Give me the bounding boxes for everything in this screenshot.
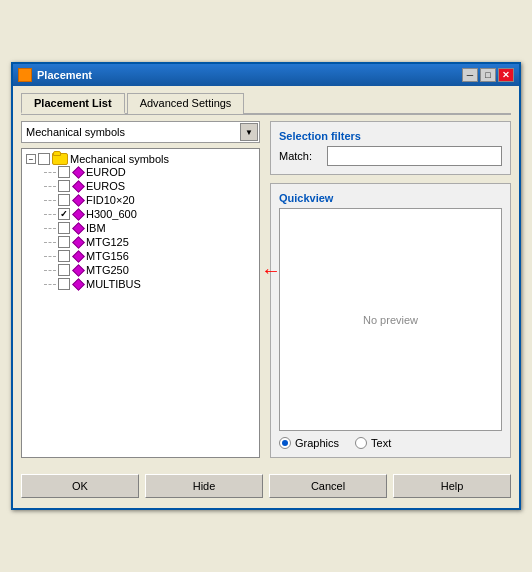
tree-item-euros[interactable]: EUROS [44, 180, 255, 192]
tree-item-ibm[interactable]: IBM [44, 222, 255, 234]
tree-item-mtg250[interactable]: MTG250 [44, 264, 255, 276]
hide-button[interactable]: Hide [145, 474, 263, 498]
tree-root-item: − Mechanical symbols [26, 153, 255, 165]
tree-item-fid10x20[interactable]: FID10×20 [44, 194, 255, 206]
right-panel: Selection filters Match: Quickview No pr… [270, 121, 511, 458]
diamond-icon-ibm [72, 222, 84, 234]
placement-window: Placement ─ □ ✕ Placement List Advanced … [11, 62, 521, 510]
checkbox-ibm[interactable] [58, 222, 70, 234]
title-bar: Placement ─ □ ✕ [13, 64, 519, 86]
label-ibm: IBM [86, 222, 106, 234]
connector-eurod [44, 172, 56, 173]
symbol-tree: − Mechanical symbols EUROD [21, 148, 260, 458]
label-eurod: EUROD [86, 166, 126, 178]
connector-multibus [44, 284, 56, 285]
match-input[interactable] [327, 146, 502, 166]
tree-item-eurod[interactable]: EUROD [44, 166, 255, 178]
content-area: Mechanical symbols ▼ − Mechanical symbol… [21, 121, 511, 458]
connector-h300-600 [44, 214, 56, 215]
checkbox-fid10x20[interactable] [58, 194, 70, 206]
tree-root-label: Mechanical symbols [70, 153, 169, 165]
connector-mtg125 [44, 242, 56, 243]
help-button[interactable]: Help [393, 474, 511, 498]
label-multibus: MULTIBUS [86, 278, 141, 290]
tree-children: EUROD EUROS [44, 166, 255, 292]
label-h300-600: H300_600 [86, 208, 137, 220]
radio-group: Graphics Text [279, 437, 502, 449]
connector-mtg250 [44, 270, 56, 271]
checkbox-mtg156[interactable] [58, 250, 70, 262]
checkbox-mtg125[interactable] [58, 236, 70, 248]
checkbox-euros[interactable] [58, 180, 70, 192]
connector-ibm [44, 228, 56, 229]
connector-mtg156 [44, 256, 56, 257]
minimize-button[interactable]: ─ [462, 68, 478, 82]
maximize-button[interactable]: □ [480, 68, 496, 82]
title-buttons: ─ □ ✕ [462, 68, 514, 82]
diamond-icon-multibus [72, 278, 84, 290]
checkmark-h300-600: ✓ [60, 209, 68, 219]
button-bar: OK Hide Cancel Help [21, 470, 511, 502]
label-euros: EUROS [86, 180, 125, 192]
diamond-icon-h300-600 [72, 208, 84, 220]
window-title: Placement [37, 69, 92, 81]
tree-item-multibus[interactable]: MULTIBUS [44, 278, 255, 290]
tree-item-mtg125[interactable]: MTG125 [44, 236, 255, 248]
cancel-button[interactable]: Cancel [269, 474, 387, 498]
label-fid10x20: FID10×20 [86, 194, 135, 206]
checkbox-h300-600[interactable]: ✓ [58, 208, 70, 220]
no-preview-text: No preview [363, 314, 418, 326]
preview-box: No preview [279, 208, 502, 431]
match-label: Match: [279, 150, 319, 162]
quickview-section: Quickview No preview Graphics Text [270, 183, 511, 458]
category-dropdown-wrapper: Mechanical symbols ▼ [21, 121, 260, 143]
diamond-icon-mtg125 [72, 236, 84, 248]
checkbox-multibus[interactable] [58, 278, 70, 290]
label-mtg250: MTG250 [86, 264, 129, 276]
title-bar-left: Placement [18, 68, 92, 82]
connector-euros [44, 186, 56, 187]
quickview-title: Quickview [279, 192, 502, 204]
left-panel: Mechanical symbols ▼ − Mechanical symbol… [21, 121, 260, 458]
window-icon [18, 68, 32, 82]
filter-row: Match: [279, 146, 502, 166]
label-mtg125: MTG125 [86, 236, 129, 248]
tab-bar: Placement List Advanced Settings [21, 92, 511, 115]
tab-advanced-settings[interactable]: Advanced Settings [127, 93, 245, 114]
radio-text[interactable]: Text [355, 437, 391, 449]
radio-text-label: Text [371, 437, 391, 449]
diamond-icon-mtg156 [72, 250, 84, 262]
diamond-icon-mtg250 [72, 264, 84, 276]
diamond-icon-eurod [72, 166, 84, 178]
tree-item-mtg156[interactable]: MTG156 [44, 250, 255, 262]
filter-section-title: Selection filters [279, 130, 502, 142]
diamond-icon-euros [72, 180, 84, 192]
radio-graphics[interactable]: Graphics [279, 437, 339, 449]
radio-text-circle [355, 437, 367, 449]
window-body: Placement List Advanced Settings Mechani… [13, 86, 519, 508]
diamond-icon-fid10x20 [72, 194, 84, 206]
checkbox-mtg250[interactable] [58, 264, 70, 276]
checkbox-eurod[interactable] [58, 166, 70, 178]
ok-button[interactable]: OK [21, 474, 139, 498]
tab-placement-list[interactable]: Placement List [21, 93, 125, 114]
tree-item-h300-600[interactable]: ✓ H300_600 [44, 208, 255, 220]
folder-icon [52, 153, 68, 165]
tree-root: − Mechanical symbols EUROD [26, 153, 255, 292]
radio-graphics-circle [279, 437, 291, 449]
radio-graphics-label: Graphics [295, 437, 339, 449]
tree-collapse-button[interactable]: − [26, 154, 36, 164]
label-mtg156: MTG156 [86, 250, 129, 262]
category-dropdown[interactable]: Mechanical symbols [21, 121, 260, 143]
connector-fid10x20 [44, 200, 56, 201]
tree-root-checkbox[interactable] [38, 153, 50, 165]
filter-section: Selection filters Match: [270, 121, 511, 175]
close-button[interactable]: ✕ [498, 68, 514, 82]
